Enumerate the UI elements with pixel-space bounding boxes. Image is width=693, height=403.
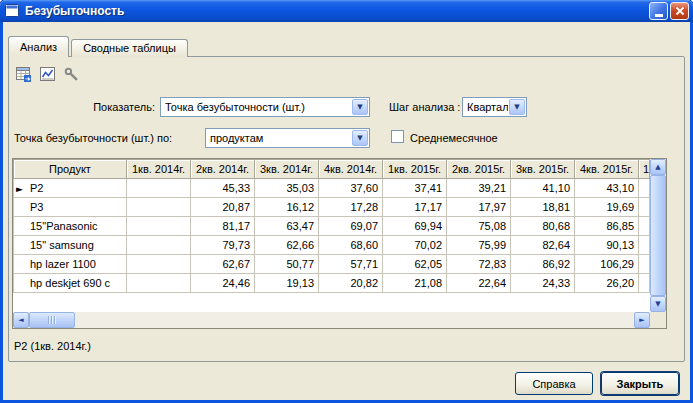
column-header[interactable]: 1кв. 2015г. [383,160,447,179]
line-chart-icon [39,66,56,83]
scroll-left-button[interactable]: ◄ [13,312,29,328]
close-button[interactable] [670,2,689,20]
value-cell[interactable]: 35,03 [255,179,319,198]
step-value: Квартал [463,101,508,113]
table-row[interactable]: 15" samsung79,7362,6668,6070,0275,9982,6… [14,236,650,255]
value-cell[interactable]: 82,64 [511,236,575,255]
column-header[interactable]: Продукт [14,160,127,179]
value-cell[interactable]: 90,13 [575,236,639,255]
product-cell[interactable]: 15"Panasonic [14,217,127,236]
value-cell[interactable]: 18,81 [511,198,575,217]
value-cell[interactable]: 69,07 [319,217,383,236]
indicator-select[interactable]: Точка безубыточности (шт.) ▼ [160,97,370,117]
tab-pivot-tables[interactable]: Сводные таблицы [71,39,188,57]
value-cell[interactable]: 75,99 [447,236,511,255]
scroll-down-button[interactable]: ▼ [650,296,666,312]
value-cell[interactable]: 81,17 [191,217,255,236]
value-cell[interactable]: 24,33 [511,274,575,293]
value-cell[interactable]: 17,28 [319,198,383,217]
value-cell[interactable]: 106,29 [575,255,639,274]
value-cell[interactable]: 16,12 [255,198,319,217]
product-cell[interactable]: P3 [14,198,127,217]
value-cell-partial [639,217,650,236]
value-cell[interactable]: 69,94 [383,217,447,236]
column-header[interactable]: 2кв. 2014г. [191,160,255,179]
column-header[interactable]: 4кв. 2015г. [575,160,639,179]
value-cell[interactable]: 72,83 [447,255,511,274]
value-cell[interactable]: 26,20 [575,274,639,293]
chart-button[interactable] [37,64,58,85]
value-cell[interactable]: 45,33 [191,179,255,198]
value-cell[interactable]: 62,05 [383,255,447,274]
table-row[interactable]: hp deskjet 690 c24,4619,1320,8221,0822,6… [14,274,650,293]
value-cell[interactable]: 19,13 [255,274,319,293]
grid-body: ►P245,3335,0337,6037,4139,2141,1043,10P3… [14,179,650,293]
value-cell[interactable]: 75,08 [447,217,511,236]
product-name: hp deskjet 690 c [30,277,110,289]
value-cell[interactable] [127,217,191,236]
value-cell[interactable]: 79,73 [191,236,255,255]
value-cell[interactable]: 24,46 [191,274,255,293]
value-cell[interactable]: 20,87 [191,198,255,217]
value-cell[interactable]: 39,21 [447,179,511,198]
value-cell[interactable]: 63,47 [255,217,319,236]
scroll-up-button[interactable]: ▲ [650,159,666,175]
minimize-button[interactable] [649,2,668,20]
table-row[interactable]: 15"Panasonic81,1763,4769,0769,9475,0880,… [14,217,650,236]
column-header[interactable]: 2кв. 2015г. [447,160,511,179]
product-cell[interactable]: 15" samsung [14,236,127,255]
help-button[interactable]: Справка [515,372,593,395]
value-cell[interactable]: 62,67 [191,255,255,274]
value-cell[interactable] [127,179,191,198]
table-row[interactable]: ►P245,3335,0337,6037,4139,2141,1043,10 [14,179,650,198]
column-header[interactable]: 1кв. 2014г. [127,160,191,179]
monthly-average-checkbox[interactable] [391,130,404,143]
value-cell[interactable]: 57,71 [319,255,383,274]
value-cell[interactable]: 62,66 [255,236,319,255]
breakeven-by-select[interactable]: продуктам ▼ [205,128,370,148]
value-cell[interactable] [127,198,191,217]
value-cell[interactable]: 70,02 [383,236,447,255]
chevron-down-icon[interactable]: ▼ [509,99,525,115]
value-cell[interactable]: 50,77 [255,255,319,274]
tab-analysis[interactable]: Анализ [8,36,69,57]
customize-button[interactable] [61,64,82,85]
product-cell[interactable]: hp deskjet 690 c [14,274,127,293]
horizontal-scroll-thumb[interactable] [29,312,75,328]
value-cell[interactable]: 86,92 [511,255,575,274]
horizontal-scrollbar[interactable]: ◄ ► [13,312,650,328]
value-cell[interactable] [127,274,191,293]
value-cell[interactable]: 80,68 [511,217,575,236]
value-cell[interactable]: 21,08 [383,274,447,293]
value-cell[interactable]: 17,17 [383,198,447,217]
value-cell[interactable] [127,255,191,274]
column-header[interactable]: 3кв. 2015г. [511,160,575,179]
value-cell[interactable]: 37,60 [319,179,383,198]
chevron-down-icon[interactable]: ▼ [352,130,368,146]
vertical-scrollbar[interactable]: ▲ ▼ [650,159,666,312]
value-cell[interactable]: 19,69 [575,198,639,217]
table-report-button[interactable] [13,64,34,85]
table-row[interactable]: hp lazer 110062,6750,7757,7162,0572,8386… [14,255,650,274]
product-cell[interactable]: hp lazer 1100 [14,255,127,274]
scroll-right-button[interactable]: ► [634,312,650,328]
column-header[interactable]: 3кв. 2014г. [255,160,319,179]
column-header[interactable]: 4кв. 2014г. [319,160,383,179]
titlebar[interactable]: Безубыточность [0,0,693,22]
value-cell[interactable] [127,236,191,255]
value-cell[interactable]: 22,64 [447,274,511,293]
step-select[interactable]: Квартал ▼ [462,97,527,117]
value-cell[interactable]: 20,82 [319,274,383,293]
chevron-down-icon[interactable]: ▼ [352,99,368,115]
value-cell[interactable]: 41,10 [511,179,575,198]
value-cell[interactable]: 86,85 [575,217,639,236]
table-row[interactable]: P320,8716,1217,2817,1717,9718,8119,69 [14,198,650,217]
value-cell[interactable]: 17,97 [447,198,511,217]
vertical-scroll-thumb[interactable] [650,175,666,296]
close-dialog-button[interactable]: Закрыть [601,372,679,395]
breakeven-by-value: продуктам [206,132,351,144]
value-cell[interactable]: 43,10 [575,179,639,198]
value-cell[interactable]: 68,60 [319,236,383,255]
product-cell[interactable]: ►P2 [14,179,127,198]
value-cell[interactable]: 37,41 [383,179,447,198]
